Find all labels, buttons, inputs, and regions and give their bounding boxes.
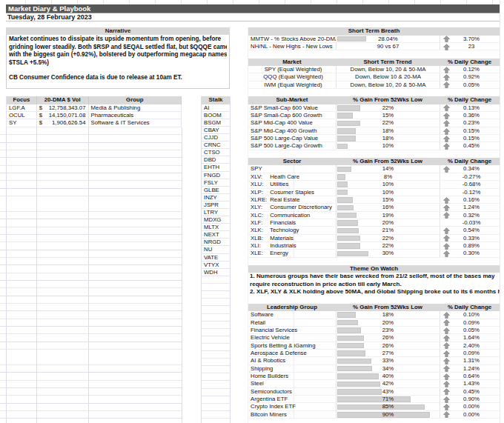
market-col-header[interactable]: Market	[248, 59, 336, 66]
sheet-title[interactable]: Market Diary & Playbook	[6, 4, 500, 13]
group-label-cell[interactable]: Argentina ETF	[248, 396, 336, 402]
group-label-cell[interactable]: Home Builders	[248, 373, 336, 379]
change-cell[interactable]: -0.03%	[440, 219, 500, 226]
daily-change-col-header[interactable]: % Daily Change	[440, 59, 500, 66]
focus-col-header[interactable]: Focus	[7, 96, 37, 104]
market-label-cell[interactable]: QQQ (Equal Weighted)	[248, 73, 336, 80]
table-row[interactable]: SPY (Equal Weighted) Down, Below 10, 20 …	[248, 66, 500, 73]
sector-label-cell[interactable]: XLB: Materials	[248, 235, 336, 242]
change-cell[interactable]: 0.23%	[440, 119, 500, 126]
narrative-body[interactable]: Market continues to dissipate its upside…	[6, 35, 230, 89]
gain-cell[interactable]: 16%	[336, 204, 440, 210]
change-cell[interactable]: -0.68%	[440, 181, 500, 187]
sector-label-cell[interactable]: XLC: Communication	[248, 212, 336, 219]
group-label-cell[interactable]: Shipping	[248, 365, 336, 372]
narrative-line[interactable]	[9, 67, 227, 74]
change-cell[interactable]: 0.64%	[440, 373, 500, 379]
stalk-ticker[interactable]: MLTX	[202, 224, 230, 231]
stalk-ticker[interactable]: NRGD	[202, 239, 230, 246]
stalk-ticker[interactable]: EHTH	[202, 164, 230, 171]
group-label-cell[interactable]: Aerospace & Defense	[248, 350, 336, 356]
group-cell[interactable]: Software & IT Services	[89, 119, 182, 126]
gain-cell[interactable]: 10%	[336, 181, 440, 187]
group-label-cell[interactable]: Bitcoin Miners	[248, 411, 336, 418]
table-row[interactable]: Aerospace & Defense 27% 0.09%	[248, 350, 500, 357]
gain-cell[interactable]: 20%	[336, 319, 440, 326]
group-cell[interactable]: Media & Publishing	[89, 104, 182, 111]
dma-vol-col-header[interactable]: 20-DMA $ Vol	[37, 96, 89, 104]
gain-cell[interactable]: 33%	[336, 357, 440, 364]
theme-line[interactable]: 1. Numerous groups have their base wreck…	[248, 273, 500, 280]
gain-cell[interactable]: 27%	[336, 350, 440, 356]
change-cell[interactable]: 0.34%	[440, 165, 500, 172]
trend-cell[interactable]: Down, Below 10 & 20-MA	[336, 73, 440, 80]
table-row[interactable]: Electric Vehicle 26% 1.64%	[248, 334, 500, 342]
gain-cell[interactable]: 40%	[336, 373, 440, 379]
gain-cell[interactable]: 10%	[336, 189, 440, 196]
group-label-cell[interactable]: Sports Betting & iGaming	[248, 342, 336, 349]
change-cell[interactable]: 1.31%	[440, 357, 500, 364]
stalk-ticker[interactable]: FSLY	[202, 179, 230, 187]
narrative-line[interactable]: CB Consumer Confidence data is due to re…	[9, 74, 227, 81]
gain-cell[interactable]: 15%	[336, 196, 440, 203]
gain-cell[interactable]: 30%	[336, 250, 440, 256]
gain-cell[interactable]: 19%	[336, 212, 440, 219]
change-cell[interactable]: 1.24%	[440, 365, 500, 372]
breadth-label-cell[interactable]: MMTW - % Stocks Above 20-DMA	[248, 36, 336, 42]
table-row[interactable]: XLB: Materials 22% 0.33%	[248, 235, 500, 242]
change-cell[interactable]: 0.15%	[440, 135, 500, 141]
group-label-cell[interactable]: Electric Vehicle	[248, 334, 336, 341]
change-cell[interactable]: 3.70%	[440, 36, 500, 42]
empty-cells-grid[interactable]	[0, 127, 182, 423]
gain-col-header[interactable]: % Gain From 52Wks Low	[336, 158, 440, 165]
table-row[interactable]: S&P 500 Large-Cap Growth 10% 0.45%	[248, 142, 500, 150]
stalk-ticker[interactable]: NEXT	[202, 231, 230, 239]
table-row[interactable]: XLU: Utilities 10% -0.68%	[248, 181, 500, 188]
table-row[interactable]: Crypto Index ETF 85% 0.00%	[248, 403, 500, 410]
stalk-ticker[interactable]: WDH	[202, 269, 230, 276]
sector-label-cell[interactable]: XLI: Industrials	[248, 242, 336, 249]
change-cell[interactable]: 0.09%	[440, 350, 500, 356]
change-cell[interactable]: 0.05%	[440, 81, 500, 88]
narrative-line[interactable]: with the biggest gain (+0.92%), bolstere…	[9, 51, 227, 59]
trend-cell[interactable]: Down, Below 10, 20 & 50-MA	[336, 81, 440, 88]
change-cell[interactable]: 0.90%	[440, 396, 500, 402]
change-cell[interactable]: 1.64%	[440, 334, 500, 341]
group-label-cell[interactable]: Semiconductors	[248, 388, 336, 395]
sector-label-cell[interactable]: XLP: Cosumer Staples	[248, 189, 336, 196]
gain-cell[interactable]: 8%	[336, 173, 440, 180]
table-row[interactable]: LGF.A $ 12,758,343.07 Media & Publishing	[7, 104, 182, 112]
change-cell[interactable]: 0.36%	[440, 112, 500, 119]
group-label-cell[interactable]: AI & Robotics	[248, 357, 336, 364]
table-row[interactable]: Steel 42% 1.43%	[248, 380, 500, 387]
gain-col-header[interactable]: % Gain From 52Wks Low	[336, 304, 440, 311]
sector-label-cell[interactable]: XLV: Heath Care	[248, 173, 336, 180]
gain-cell[interactable]: 18%	[336, 135, 440, 141]
gain-cell[interactable]: 22%	[336, 104, 440, 111]
change-cell[interactable]: 0.45%	[440, 388, 500, 395]
sector-label-cell[interactable]: XLF: Financials	[248, 219, 336, 226]
change-cell[interactable]: -0.12%	[440, 189, 500, 196]
gain-col-header[interactable]: % Gain From 52Wks Low	[336, 96, 440, 104]
sheet-date[interactable]: Tuesday, 28 February 2023	[6, 13, 500, 21]
change-cell[interactable]: 0.12%	[440, 66, 500, 73]
short-term-breath-header[interactable]: Short Term Breath	[248, 27, 500, 35]
index-label-cell[interactable]: S&P Small-Cap 600 Value	[248, 104, 336, 111]
gain-cell[interactable]: 26%	[336, 334, 440, 341]
dollar-volume-cell[interactable]: $ 12,758,343.07	[37, 104, 89, 111]
stalk-ticker[interactable]: CBAY	[202, 127, 230, 134]
table-row[interactable]: Home Builders 40% 0.64%	[248, 373, 500, 380]
stalk-ticker[interactable]: BOOM	[202, 112, 230, 119]
stalk-ticker[interactable]: MDXG	[202, 216, 230, 224]
trend-col-header[interactable]: Short Term Trend	[336, 59, 440, 66]
index-label-cell[interactable]: S&P 500 Large-Cap Growth	[248, 142, 336, 149]
daily-change-col-header[interactable]: % Daily Change	[440, 96, 500, 104]
table-row[interactable]: SPY 14% 0.34%	[248, 165, 500, 173]
table-row[interactable]: IWM (Equal Weighted) Down, Below 10, 20 …	[248, 81, 500, 89]
leadership-col-header[interactable]: Leadership Group	[248, 304, 336, 311]
index-label-cell[interactable]: S&P 500 Large-Cap Value	[248, 135, 336, 141]
stalk-ticker[interactable]: FNGD	[202, 172, 230, 179]
trend-cell[interactable]: Down, Below 10, 20 & 50-MA	[336, 66, 440, 73]
narrative-header[interactable]: Narrative	[6, 27, 230, 35]
dollar-volume-cell[interactable]: $ 14,150,071.08	[37, 112, 89, 119]
